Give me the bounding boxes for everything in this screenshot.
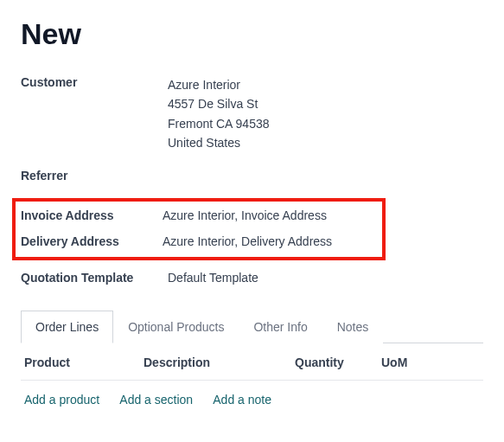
highlight-box: Invoice Address Azure Interior, Invoice …	[12, 198, 386, 260]
delivery-address-value[interactable]: Azure Interior, Delivery Address	[163, 234, 332, 248]
col-uom: UoM	[381, 356, 480, 369]
customer-street: 4557 De Silva St	[168, 94, 270, 113]
tabs: Order Lines Optional Products Other Info…	[21, 311, 483, 343]
field-referrer: Referrer	[21, 169, 483, 183]
referrer-label: Referrer	[21, 169, 168, 183]
delivery-address-label: Delivery Address	[21, 234, 163, 248]
page-title: New	[21, 17, 483, 51]
col-description: Description	[144, 356, 295, 369]
quotation-template-label: Quotation Template	[21, 271, 168, 285]
add-section-link[interactable]: Add a section	[119, 393, 193, 407]
field-quotation-template: Quotation Template Default Template	[21, 271, 483, 285]
tab-order-lines[interactable]: Order Lines	[21, 311, 113, 343]
tab-optional-products[interactable]: Optional Products	[113, 311, 239, 343]
field-delivery-address: Delivery Address Azure Interior, Deliver…	[21, 234, 377, 248]
col-quantity: Quantity	[295, 356, 381, 369]
customer-name: Azure Interior	[168, 75, 270, 94]
add-product-link[interactable]: Add a product	[24, 393, 99, 407]
invoice-address-value[interactable]: Azure Interior, Invoice Address	[163, 208, 327, 222]
field-invoice-address: Invoice Address Azure Interior, Invoice …	[21, 208, 377, 222]
invoice-address-label: Invoice Address	[21, 208, 163, 222]
customer-country: United States	[168, 133, 270, 152]
col-product: Product	[24, 356, 144, 369]
add-note-link[interactable]: Add a note	[213, 393, 271, 407]
tab-other-info[interactable]: Other Info	[239, 311, 322, 343]
field-customer: Customer Azure Interior 4557 De Silva St…	[21, 75, 483, 153]
customer-value[interactable]: Azure Interior 4557 De Silva St Fremont …	[168, 75, 270, 153]
customer-label: Customer	[21, 75, 168, 89]
table-header: Product Description Quantity UoM	[21, 343, 483, 381]
table-actions: Add a product Add a section Add a note	[21, 381, 483, 419]
quotation-template-value[interactable]: Default Template	[168, 271, 258, 285]
customer-city: Fremont CA 94538	[168, 114, 270, 133]
tab-notes[interactable]: Notes	[322, 311, 384, 343]
